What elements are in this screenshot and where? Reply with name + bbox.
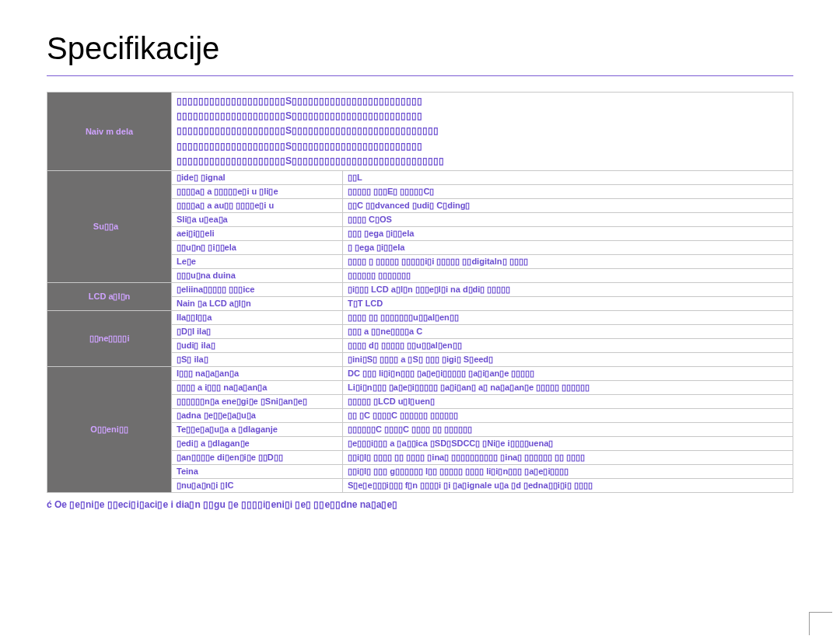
spec-prop: aei▯i▯▯eli — [172, 226, 343, 240]
spec-val: ▯▯▯▯ ▯▯ ▯▯▯▯▯▯▯u▯▯al▯en▯▯ — [343, 310, 793, 324]
spec-prop: ▯S▯ ila▯ — [172, 352, 343, 366]
spec-val: T▯T LCD — [343, 296, 793, 310]
spec-prop: ▯▯▯▯a▯ a au▯▯ ▯▯▯▯e▯i u — [172, 198, 343, 212]
spec-prop: I▯▯▯ na▯a▯an▯a — [172, 366, 343, 380]
spec-val: ▯▯ ▯C ▯▯▯▯C ▯▯▯▯▯▯ ▯▯▯▯▯▯ — [343, 408, 793, 422]
spec-val: ▯ini▯S▯ ▯▯▯▯ a ▯S▯ ▯▯▯ ▯igi▯ S▯eed▯ — [343, 352, 793, 366]
page-title: Specifikacije — [47, 31, 793, 76]
spec-prop: ▯▯▯▯a▯ a ▯▯▯▯▯e▯i u ▯li▯e — [172, 184, 343, 198]
spec-prop: ▯D▯I ila▯ — [172, 324, 343, 338]
spec-val: ▯▯▯▯▯ ▯▯▯E▯ ▯▯▯▯▯C▯ — [343, 184, 793, 198]
spec-val: ▯▯i▯l▯ ▯▯▯ g▯▯▯▯▯▯ l▯▯ ▯▯▯▯▯ ▯▯▯▯ li▯i▯n… — [343, 464, 793, 478]
spec-val: ▯ ▯ega ▯i▯▯ela — [343, 240, 793, 254]
spec-val: S▯e▯e▯▯▯i▯▯▯ f▯n ▯▯▯▯i ▯i ▯a▯ignale u▯a … — [343, 478, 793, 492]
spec-val: ▯▯▯ a ▯▯ne▯▯▯▯a C — [343, 324, 793, 338]
spec-prop: ▯udi▯ ila▯ — [172, 338, 343, 352]
spec-prop: ▯nu▯a▯n▯i ▯IC — [172, 478, 343, 492]
spec-val: ▯▯▯▯▯▯ ▯▯▯▯▯▯▯ — [343, 268, 793, 282]
spec-val: ▯▯▯ ▯ega ▯i▯▯ela — [343, 226, 793, 240]
spec-prop: ▯edi▯ a ▯dlagan▯e — [172, 436, 343, 450]
spec-prop: Le▯e — [172, 254, 343, 268]
spec-prop: ▯eliina▯▯▯▯▯ ▯▯▯ice — [172, 282, 343, 296]
page-corner-decoration — [809, 612, 832, 635]
section-label: O▯▯eni▯▯ — [47, 366, 172, 492]
spec-val: ▯▯C ▯▯dvanced ▯udi▯ C▯ding▯ — [343, 198, 793, 212]
spec-prop: ▯▯▯▯ a i▯▯▯ na▯a▯an▯a — [172, 380, 343, 394]
section-label: ▯▯ne▯▯▯▯i — [47, 310, 172, 366]
section-label-models: Naiv m dela — [47, 93, 172, 171]
spec-val: ▯▯i▯l▯ ▯▯▯▯ ▯▯ ▯▯▯▯ ▯ina▯ ▯▯▯▯▯▯▯▯▯▯ ▯in… — [343, 450, 793, 464]
spec-prop: ▯▯▯▯▯▯n▯a ene▯gi▯e ▯Sni▯an▯e▯ — [172, 394, 343, 408]
spec-val: DC ▯▯▯ li▯i▯n▯▯▯ ▯a▯e▯i▯▯▯▯▯ ▯a▯i▯an▯e ▯… — [343, 366, 793, 380]
specifications-table: Naiv m dela▯▯▯▯▯▯▯▯▯▯▯▯▯▯▯▯▯▯▯▯S▯▯▯▯▯▯▯▯… — [47, 92, 793, 493]
spec-val: ▯▯▯▯ d▯ ▯▯▯▯▯ ▯▯u▯▯al▯en▯▯ — [343, 338, 793, 352]
spec-prop: Sli▯a u▯ea▯a — [172, 212, 343, 226]
section-label: LCD a▯l▯n — [47, 282, 172, 310]
spec-val: ▯i▯▯▯ LCD a▯l▯n ▯▯▯e▯l▯i na d▯di▯ ▯▯▯▯▯ — [343, 282, 793, 296]
spec-prop: ▯ide▯ ▯ignal — [172, 170, 343, 184]
section-label: Su▯▯a — [47, 170, 172, 282]
spec-prop: Te▯▯e▯a▯u▯a a ▯dlaganje — [172, 422, 343, 436]
spec-prop: ▯▯▯u▯na duina — [172, 268, 343, 282]
spec-val: ▯▯L — [343, 170, 793, 184]
spec-prop: ▯an▯▯▯▯e di▯en▯i▯e ▯▯D▯▯ — [172, 450, 343, 464]
models-list: ▯▯▯▯▯▯▯▯▯▯▯▯▯▯▯▯▯▯▯▯S▯▯▯▯▯▯▯▯▯▯▯▯▯▯▯▯▯▯▯… — [172, 93, 793, 171]
spec-prop: ▯▯u▯n▯ ▯i▯▯ela — [172, 240, 343, 254]
spec-val: ▯▯▯▯ C▯OS — [343, 212, 793, 226]
spec-val: Li▯i▯n▯▯▯ ▯a▯e▯i▯▯▯▯▯ ▯a▯i▯an▯ a▯ na▯a▯a… — [343, 380, 793, 394]
spec-prop: ▯adna ▯e▯▯e▯a▯u▯a — [172, 408, 343, 422]
footnote-text: ć Oe ▯e▯ni▯e ▯▯eci▯i▯aci▯e i dia▯n ▯▯gu … — [47, 499, 793, 510]
spec-prop: Nain ▯a LCD a▯l▯n — [172, 296, 343, 310]
spec-prop: Ila▯▯l▯▯a — [172, 310, 343, 324]
spec-val: ▯▯▯▯▯▯C ▯▯▯▯C ▯▯▯▯ ▯▯ ▯▯▯▯▯▯ — [343, 422, 793, 436]
spec-val: ▯▯▯▯▯ ▯LCD u▯l▯uen▯ — [343, 394, 793, 408]
spec-val: ▯e▯▯▯i▯▯▯ a ▯a▯▯ica ▯SD▯SDCC▯ ▯Ni▯e i▯▯▯… — [343, 436, 793, 450]
spec-prop: Teina — [172, 464, 343, 478]
spec-val: ▯▯▯▯ ▯ ▯▯▯▯▯ ▯▯▯▯▯i▯i ▯▯▯▯▯ ▯▯digitaln▯ … — [343, 254, 793, 268]
